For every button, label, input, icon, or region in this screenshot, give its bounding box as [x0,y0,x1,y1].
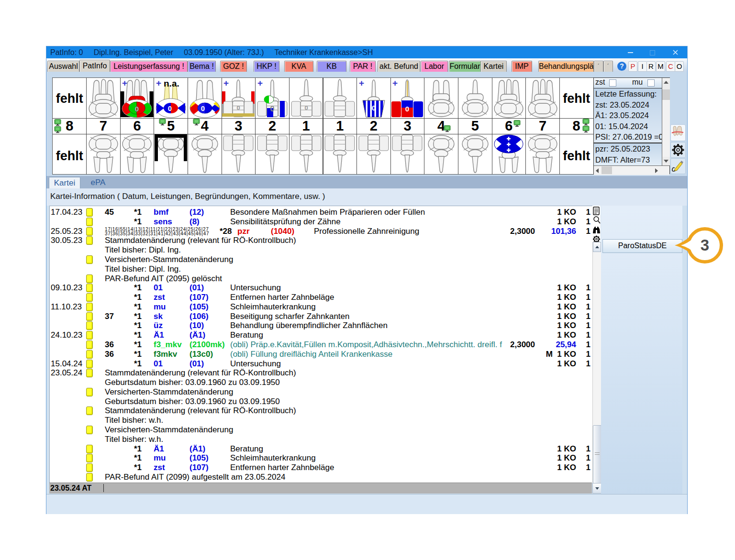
svg-text:0: 0 [135,105,139,113]
svg-text:+: + [156,78,161,88]
svg-text:+: + [392,78,398,88]
svg-text:+: + [257,78,263,88]
svg-text:0: 0 [201,104,205,112]
svg-text:+: + [359,78,364,88]
svg-text:0: 0 [405,105,409,113]
svg-text:n.a.: n.a. [164,78,179,88]
svg-text:0: 0 [372,104,376,112]
svg-text:0: 0 [168,104,172,112]
svg-text:+: + [122,78,127,88]
svg-text:0: 0 [304,104,308,111]
svg-text:0: 0 [237,104,240,111]
svg-text:+: + [223,78,229,88]
svg-text:3: 3 [701,236,709,254]
svg-text:0: 0 [270,105,275,113]
